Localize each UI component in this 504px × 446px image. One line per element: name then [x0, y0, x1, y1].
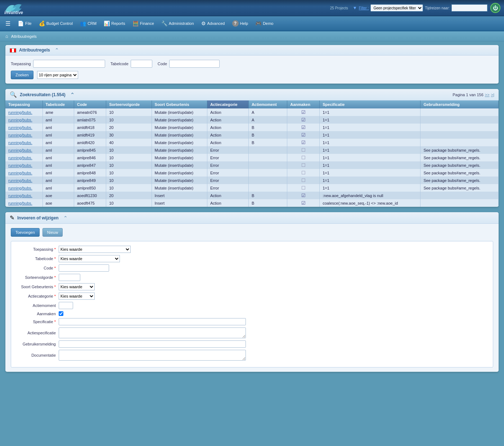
cell-actiemoment: A: [248, 116, 287, 124]
cell-melding: [420, 124, 499, 131]
input-toepassing-row: Toepassing * Kies waarde: [15, 246, 489, 253]
nav-item-help[interactable]: ? Help: [229, 19, 252, 28]
nav-crm-label: CRM: [87, 21, 96, 26]
cell-actiemoment: B: [248, 139, 287, 146]
col-aanmaken: Aanmaken: [287, 101, 320, 108]
nav-file-label: File: [25, 21, 32, 26]
toepassing-link[interactable]: running/bubs.: [8, 186, 32, 190]
cell-sorteer: 10: [106, 116, 152, 124]
toepassing-link[interactable]: running/bubs.: [8, 133, 32, 137]
rows-per-page-select[interactable]: 10 rijen per pagina: [37, 71, 78, 79]
col-code: Code: [74, 101, 106, 108]
input-soort-row: Soort Gebeurtenis * Kies waarde: [15, 283, 489, 290]
input-gebruikersmelding-label: Gebruikersmelding: [15, 342, 59, 346]
toepassing-link[interactable]: running/bubs.: [8, 163, 32, 168]
input-documentatie-textarea[interactable]: [59, 350, 246, 361]
cell-toepassing: running/bubs.: [5, 199, 42, 207]
nav-item-file[interactable]: 📄 File: [14, 19, 35, 28]
input-specificatie-field[interactable]: [59, 318, 246, 325]
input-toepassing-select[interactable]: Kies waarde: [59, 246, 131, 253]
tabelcode-input[interactable]: [131, 60, 152, 68]
cell-sorteer: 30: [106, 131, 152, 139]
toepassing-link[interactable]: running/bubs.: [8, 110, 32, 115]
toepassing-link[interactable]: running/bubs.: [8, 171, 32, 175]
input-tabelcode-select[interactable]: Kies waarde: [59, 255, 120, 262]
nav-item-budget-control[interactable]: 💰 Budget Control: [35, 19, 76, 28]
cell-specificatie: coalesce(:new.aoe_seq,-1) <> :new.aoe_id: [320, 199, 420, 207]
nav-item-hamburger[interactable]: ☰: [2, 19, 14, 28]
filter-icon: ▼: [353, 5, 357, 10]
toepassing-link[interactable]: running/bubs.: [8, 148, 32, 152]
nav-item-advanced[interactable]: ⚙ Advanced: [198, 19, 229, 28]
input-code-field[interactable]: [59, 264, 109, 272]
input-soort-select[interactable]: Kies waarde: [59, 283, 95, 290]
input-actiecategorie-select[interactable]: Kies waarde: [59, 293, 95, 300]
cell-toepassing: running/bubs.: [5, 131, 42, 139]
cell-code: amlpre849: [74, 177, 106, 184]
toepassing-link[interactable]: running/bubs.: [8, 193, 32, 198]
top-right-area: 25 Projects ▼ Filter : Geen projectspeci…: [330, 3, 500, 13]
cell-melding: See package bubs#ame_regels.: [420, 161, 499, 169]
toevoegen-button[interactable]: Toevoegen: [11, 228, 40, 237]
table-header: Toepassing Tabelcode Code Sorteervolgord…: [5, 101, 499, 108]
cell-tabelcode: aml: [42, 146, 74, 154]
advanced-icon: ⚙: [201, 21, 206, 26]
input-panel-collapse[interactable]: [63, 215, 68, 221]
nav-item-crm[interactable]: 👥 CRM: [76, 19, 100, 28]
nav-item-finance[interactable]: 🧮 Finance: [129, 19, 158, 28]
search-panel-collapse[interactable]: [55, 47, 59, 53]
cell-toepassing: running/bubs.: [5, 169, 42, 177]
cell-aanmaken: ☑: [287, 192, 320, 199]
cell-actie: Action: [207, 199, 248, 207]
checkbox-checked-icon: ☑: [301, 132, 306, 138]
cell-actiemoment: B: [248, 192, 287, 199]
cell-tabelcode: aml: [42, 139, 74, 146]
checkbox-checked-icon: ☑: [301, 110, 306, 115]
power-button[interactable]: ⏻: [490, 3, 500, 13]
nav-item-demo[interactable]: 🎮 Demo: [252, 19, 277, 28]
nav-item-administration[interactable]: 🔧 Administration: [158, 19, 198, 28]
cell-tabelcode: aoe: [42, 199, 74, 207]
last-page-btn[interactable]: >|: [491, 93, 494, 97]
toepassing-input[interactable]: [33, 60, 105, 68]
nav-item-reports[interactable]: 📊 Reports: [100, 19, 129, 28]
toepassing-link[interactable]: running/bubs.: [8, 141, 32, 145]
cell-sorteer: 10: [106, 161, 152, 169]
input-aanmaken-checkbox[interactable]: [59, 311, 63, 316]
filter-label[interactable]: Filter :: [359, 6, 369, 10]
search-button[interactable]: Zoeken: [11, 71, 33, 79]
toepassing-link[interactable]: running/bubs.: [8, 118, 32, 122]
cell-actiemoment: B: [248, 199, 287, 207]
cell-actie: Action: [207, 108, 248, 116]
projects-count: 25 Projects: [330, 6, 348, 10]
toepassing-link[interactable]: running/bubs.: [8, 201, 32, 205]
project-filter-select[interactable]: Geen projectspecifiek filter: [370, 4, 423, 12]
checkbox-unchecked-icon: ☐: [301, 178, 306, 183]
finance-icon: 🧮: [132, 21, 139, 26]
col-actie: Actiecategorie: [207, 101, 248, 108]
input-sorteer-field[interactable]: [59, 274, 80, 281]
cell-sorteer: 40: [106, 139, 152, 146]
input-actiespecificatie-textarea[interactable]: [59, 327, 246, 338]
tijdreizen-input[interactable]: [451, 4, 487, 12]
input-gebruikersmelding-field[interactable]: [59, 340, 246, 348]
cell-specificatie: 1=1: [320, 131, 420, 139]
cell-aanmaken: ☐: [287, 161, 320, 169]
input-actiemoment-field[interactable]: [59, 302, 73, 309]
admin-icon: 🔧: [161, 21, 167, 26]
cell-melding: See package bubs#ame_regels.: [420, 146, 499, 154]
next-page-btn[interactable]: >>: [485, 93, 490, 97]
toepassing-link[interactable]: running/bubs.: [8, 156, 32, 160]
input-actiespecificatie-row: Actiespecificatie: [15, 327, 489, 338]
cell-actiemoment: B: [248, 131, 287, 139]
checkbox-checked-icon: ☑: [301, 117, 306, 122]
checkbox-unchecked-icon: ☐: [301, 155, 306, 160]
code-input[interactable]: [169, 60, 220, 68]
toepassing-link[interactable]: running/bubs.: [8, 125, 32, 130]
toepassing-link[interactable]: running/bubs.: [8, 178, 32, 183]
nieuw-button[interactable]: Nieuw: [42, 228, 63, 237]
cell-toepassing: running/bubs.: [5, 177, 42, 184]
cell-actiemoment: [248, 169, 287, 177]
nav-help-label: Help: [240, 21, 248, 26]
results-panel-collapse[interactable]: [70, 92, 75, 98]
